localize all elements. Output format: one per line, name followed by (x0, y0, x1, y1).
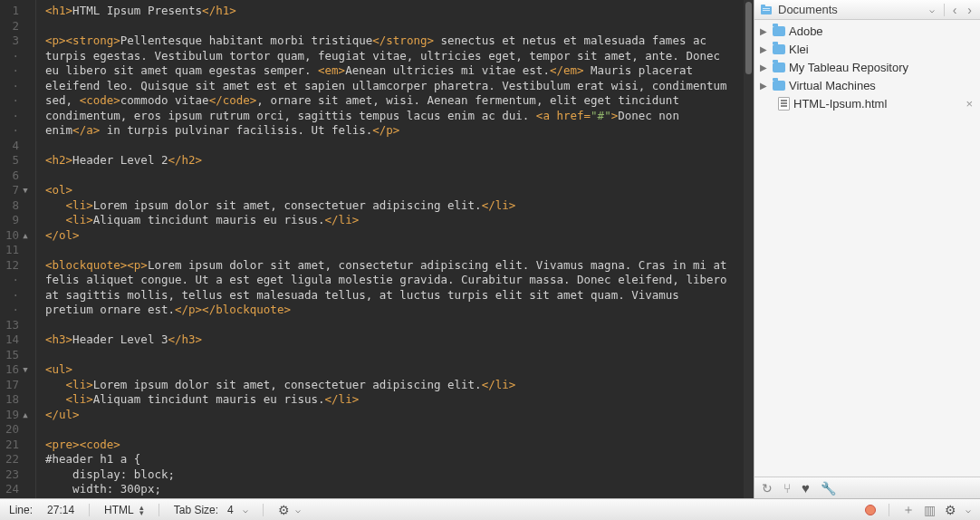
code-line[interactable]: eleifend leo. Quisque sit amet est et sa… (45, 79, 744, 94)
code-line[interactable] (45, 19, 744, 34)
fold-marker-icon[interactable]: ▼ (21, 183, 30, 198)
close-icon[interactable]: × (966, 97, 980, 111)
disclosure-triangle-icon[interactable]: ▶ (760, 44, 769, 54)
code-line[interactable]: <ul> (45, 362, 744, 378)
gutter-line[interactable]: 16▼ (0, 362, 30, 378)
settings-icon[interactable]: 🔧 (821, 481, 836, 496)
gear-icon[interactable]: ⚙ (945, 503, 956, 517)
gear-icon[interactable]: ⚙ (278, 503, 290, 517)
scm-icon[interactable]: ⑂ (783, 481, 791, 496)
nav-back-button[interactable]: ‹ (950, 3, 960, 17)
code-line[interactable]: <h1>HTML Ipsum Presents</h1> (45, 4, 744, 19)
fold-marker-icon[interactable]: ▲ (21, 408, 30, 423)
code-line[interactable]: turpis egestas. Vestibulum tortor quam, … (45, 49, 744, 64)
fold-marker-icon[interactable]: ▲ (21, 228, 30, 244)
code-line[interactable]: </ul> (45, 408, 744, 423)
file-tree-folder[interactable]: ▶Adobe (754, 22, 980, 40)
gutter-line[interactable]: 6 (0, 169, 30, 184)
gutter-line[interactable]: · (0, 288, 30, 303)
gutter-line[interactable]: 8 (0, 198, 30, 214)
code-line[interactable]: <p><strong>Pellentesque habitant morbi t… (45, 34, 744, 49)
sidebar-breadcrumb[interactable]: Documents ⌵ ‹ › (754, 0, 980, 20)
file-tree-file[interactable]: HTML-Ipsum.html× (754, 94, 980, 112)
code-line[interactable]: <pre><code> (45, 438, 744, 453)
file-tree-folder[interactable]: ▶Klei (754, 40, 980, 58)
code-line[interactable]: <blockquote><p>Lorem ipsum dolor sit ame… (45, 258, 744, 274)
gutter-line[interactable]: · (0, 49, 30, 64)
gutter-line[interactable]: 9 (0, 213, 30, 228)
code-line[interactable]: display: block; (45, 467, 744, 483)
gutter-line[interactable]: 24 (0, 482, 30, 497)
code-line[interactable]: enim</a> in turpis pulvinar facilisis. U… (45, 123, 744, 139)
disclosure-triangle-icon[interactable]: ▶ (760, 63, 769, 72)
record-indicator-icon[interactable] (865, 505, 876, 515)
file-tree-folder[interactable]: ▶Virtual Machines (754, 76, 980, 94)
add-button[interactable]: ＋ (902, 502, 915, 518)
gutter-line[interactable]: · (0, 109, 30, 124)
code-line[interactable]: <h3>Header Level 3</h3> (45, 332, 744, 348)
gutter-line[interactable]: · (0, 93, 30, 109)
code-line[interactable]: <li>Lorem ipsum dolor sit amet, consecte… (45, 378, 744, 393)
gutter-line[interactable]: 22 (0, 452, 30, 467)
gutter-line[interactable]: · (0, 303, 30, 318)
code-line[interactable]: <li>Aliquam tincidunt mauris eu risus.</… (45, 392, 744, 408)
code-area[interactable]: <h1>HTML Ipsum Presents</h1> <p><strong>… (36, 0, 744, 498)
code-line[interactable] (45, 169, 744, 184)
code-line[interactable]: pretium ornare est.</p></blockquote> (45, 303, 744, 318)
gutter-line[interactable]: · (0, 79, 30, 94)
gutter-line[interactable]: 7▼ (0, 183, 30, 198)
gutter-line[interactable]: 13 (0, 318, 30, 333)
favorite-icon[interactable]: ♥ (802, 480, 810, 496)
code-line[interactable]: #header h1 a { (45, 452, 744, 467)
file-tree[interactable]: ▶Adobe▶Klei▶My Tableau Repository▶Virtua… (754, 20, 980, 477)
code-line[interactable]: at sagittis mollis, tellus est malesuada… (45, 288, 744, 303)
gutter-line[interactable]: · (0, 123, 30, 139)
code-line[interactable]: <h2>Header Level 2</h2> (45, 153, 744, 169)
gutter-line[interactable]: · (0, 63, 30, 79)
cursor-position[interactable]: Line: 27:14 (9, 504, 74, 516)
code-line[interactable]: <li>Aliquam tincidunt mauris eu risus.</… (45, 213, 744, 228)
tab-size-selector[interactable]: Tab Size: 4 ⌵ (174, 504, 248, 516)
gutter-line[interactable]: 17 (0, 378, 30, 393)
file-tree-folder[interactable]: ▶My Tableau Repository (754, 58, 980, 76)
language-selector[interactable]: HTML ▴▾ (104, 504, 144, 516)
columns-icon[interactable]: ▥ (924, 503, 936, 517)
code-line[interactable]: condimentum, eros ipsum rutrum orci, sag… (45, 109, 744, 124)
vertical-scrollbar[interactable] (744, 0, 754, 498)
gutter-line[interactable]: 11 (0, 243, 30, 258)
refresh-icon[interactable]: ↻ (762, 481, 773, 496)
line-gutter[interactable]: 123······4567▼8910▲1112···13141516▼17181… (0, 0, 36, 498)
gutter-line[interactable]: 3 (0, 34, 30, 49)
gutter-line[interactable]: 2 (0, 19, 30, 34)
gutter-line[interactable]: 21 (0, 438, 30, 453)
scrollbar-thumb[interactable] (745, 2, 752, 74)
nav-forward-button[interactable]: › (965, 3, 975, 17)
gutter-line[interactable]: 15 (0, 348, 30, 363)
fold-marker-icon[interactable]: ▼ (21, 362, 30, 378)
code-line[interactable]: </ol> (45, 228, 744, 244)
gutter-line[interactable]: 23 (0, 467, 30, 483)
gutter-line[interactable]: 4 (0, 139, 30, 154)
disclosure-triangle-icon[interactable]: ▶ (760, 26, 769, 36)
code-line[interactable]: sed, <code>commodo vitae</code>, ornare … (45, 93, 744, 109)
gutter-line[interactable]: 10▲ (0, 228, 30, 244)
gutter-line[interactable]: 19▲ (0, 408, 30, 423)
code-line[interactable]: <li>Lorem ipsum dolor sit amet, consecte… (45, 198, 744, 214)
gutter-line[interactable]: 14 (0, 332, 30, 348)
gutter-line[interactable]: 12 (0, 258, 30, 274)
code-line[interactable] (45, 318, 744, 333)
gutter-line[interactable]: 18 (0, 392, 30, 408)
code-line[interactable]: <ol> (45, 183, 744, 198)
code-line[interactable]: eu libero sit amet quam egestas semper. … (45, 63, 744, 79)
code-line[interactable]: felis aliquet congue. Ut a est eget ligu… (45, 273, 744, 288)
gutter-line[interactable]: 1 (0, 4, 30, 19)
breadcrumb-dropdown-icon[interactable]: ⌵ (926, 5, 938, 14)
gutter-line[interactable]: · (0, 273, 30, 288)
gutter-line[interactable]: 5 (0, 153, 30, 169)
code-line[interactable]: width: 300px; (45, 482, 744, 497)
code-line[interactable] (45, 422, 744, 438)
code-line[interactable] (45, 348, 744, 363)
code-line[interactable] (45, 243, 744, 258)
gutter-line[interactable]: 20 (0, 422, 30, 438)
disclosure-triangle-icon[interactable]: ▶ (760, 81, 769, 91)
